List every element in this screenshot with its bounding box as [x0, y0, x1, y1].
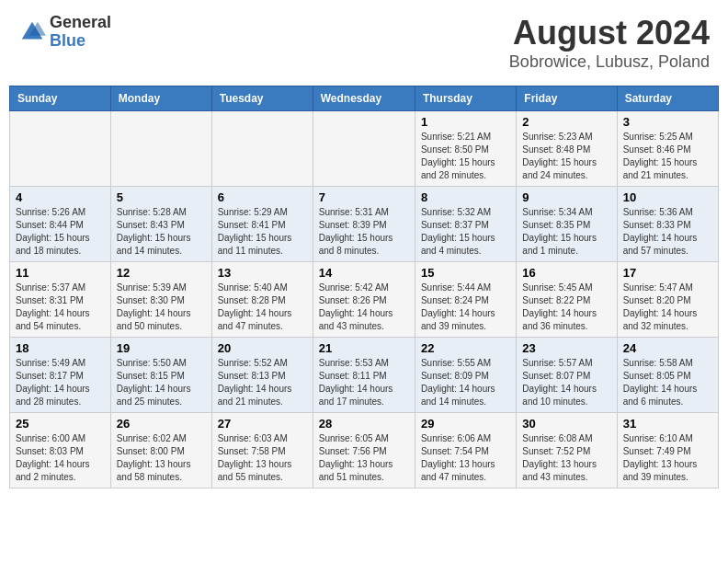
day-number: 22	[421, 341, 510, 355]
day-number: 24	[623, 341, 712, 355]
calendar-week-row: 4Sunrise: 5:26 AM Sunset: 8:44 PM Daylig…	[10, 187, 719, 262]
day-number: 13	[218, 266, 307, 280]
day-info: Sunrise: 5:58 AM Sunset: 8:05 PM Dayligh…	[623, 357, 712, 408]
day-info: Sunrise: 5:57 AM Sunset: 8:07 PM Dayligh…	[522, 357, 610, 408]
calendar-cell	[110, 111, 211, 187]
day-number: 3	[623, 115, 712, 129]
day-number: 11	[16, 266, 105, 280]
calendar-cell: 23Sunrise: 5:57 AM Sunset: 8:07 PM Dayli…	[517, 338, 617, 413]
day-info: Sunrise: 5:26 AM Sunset: 8:44 PM Dayligh…	[16, 206, 105, 258]
day-info: Sunrise: 5:32 AM Sunset: 8:37 PM Dayligh…	[421, 206, 510, 258]
day-info: Sunrise: 6:10 AM Sunset: 7:49 PM Dayligh…	[623, 432, 712, 484]
day-number: 29	[421, 417, 510, 431]
weekday-header-row: SundayMondayTuesdayWednesdayThursdayFrid…	[10, 86, 719, 111]
calendar-week-row: 25Sunrise: 6:00 AM Sunset: 8:03 PM Dayli…	[10, 413, 719, 488]
day-number: 30	[522, 417, 610, 431]
day-number: 6	[218, 190, 307, 204]
day-number: 1	[421, 115, 510, 129]
day-info: Sunrise: 6:06 AM Sunset: 7:54 PM Dayligh…	[421, 432, 510, 484]
day-info: Sunrise: 5:42 AM Sunset: 8:26 PM Dayligh…	[319, 282, 409, 333]
day-number: 19	[117, 341, 206, 355]
day-number: 9	[522, 190, 610, 204]
day-number: 7	[319, 190, 409, 204]
day-info: Sunrise: 5:44 AM Sunset: 8:24 PM Dayligh…	[421, 282, 510, 333]
calendar-cell: 17Sunrise: 5:47 AM Sunset: 8:20 PM Dayli…	[617, 262, 718, 338]
calendar-cell: 19Sunrise: 5:50 AM Sunset: 8:15 PM Dayli…	[110, 338, 211, 413]
day-number: 16	[522, 266, 610, 280]
calendar-cell: 16Sunrise: 5:45 AM Sunset: 8:22 PM Dayli…	[517, 262, 617, 338]
weekday-header: Wednesday	[313, 86, 415, 111]
calendar-cell	[211, 111, 313, 187]
day-number: 23	[522, 341, 610, 355]
day-info: Sunrise: 5:37 AM Sunset: 8:31 PM Dayligh…	[16, 282, 105, 333]
day-number: 15	[421, 266, 510, 280]
logo-text: General Blue	[50, 14, 111, 51]
title-block: August 2024 Bobrowice, Lubusz, Poland	[509, 14, 710, 72]
day-info: Sunrise: 6:05 AM Sunset: 7:56 PM Dayligh…	[319, 432, 409, 484]
calendar-cell: 26Sunrise: 6:02 AM Sunset: 8:00 PM Dayli…	[110, 413, 211, 488]
day-number: 17	[623, 266, 712, 280]
day-info: Sunrise: 5:29 AM Sunset: 8:41 PM Dayligh…	[218, 206, 307, 258]
day-info: Sunrise: 5:49 AM Sunset: 8:17 PM Dayligh…	[16, 357, 105, 408]
calendar-cell: 13Sunrise: 5:40 AM Sunset: 8:28 PM Dayli…	[211, 262, 313, 338]
day-info: Sunrise: 5:52 AM Sunset: 8:13 PM Dayligh…	[218, 357, 307, 408]
day-info: Sunrise: 5:40 AM Sunset: 8:28 PM Dayligh…	[218, 282, 307, 333]
calendar-cell: 15Sunrise: 5:44 AM Sunset: 8:24 PM Dayli…	[415, 262, 516, 338]
day-number: 20	[218, 341, 307, 355]
calendar-cell: 21Sunrise: 5:53 AM Sunset: 8:11 PM Dayli…	[313, 338, 415, 413]
calendar-cell: 14Sunrise: 5:42 AM Sunset: 8:26 PM Dayli…	[313, 262, 415, 338]
day-number: 18	[16, 341, 105, 355]
calendar-week-row: 1Sunrise: 5:21 AM Sunset: 8:50 PM Daylig…	[10, 111, 719, 187]
weekday-header: Friday	[517, 86, 617, 111]
day-info: Sunrise: 5:31 AM Sunset: 8:39 PM Dayligh…	[319, 206, 409, 258]
calendar-cell: 22Sunrise: 5:55 AM Sunset: 8:09 PM Dayli…	[415, 338, 516, 413]
calendar-cell: 2Sunrise: 5:23 AM Sunset: 8:48 PM Daylig…	[517, 111, 617, 187]
month-year: August 2024	[509, 14, 710, 52]
day-info: Sunrise: 5:23 AM Sunset: 8:48 PM Dayligh…	[522, 131, 610, 182]
weekday-header: Thursday	[415, 86, 516, 111]
day-info: Sunrise: 5:45 AM Sunset: 8:22 PM Dayligh…	[522, 282, 610, 333]
day-info: Sunrise: 6:02 AM Sunset: 8:00 PM Dayligh…	[117, 432, 206, 484]
calendar-cell	[10, 111, 111, 187]
calendar-cell: 1Sunrise: 5:21 AM Sunset: 8:50 PM Daylig…	[415, 111, 516, 187]
calendar-cell: 31Sunrise: 6:10 AM Sunset: 7:49 PM Dayli…	[617, 413, 718, 488]
calendar-cell: 25Sunrise: 6:00 AM Sunset: 8:03 PM Dayli…	[10, 413, 111, 488]
calendar-cell: 7Sunrise: 5:31 AM Sunset: 8:39 PM Daylig…	[313, 187, 415, 262]
day-info: Sunrise: 5:55 AM Sunset: 8:09 PM Dayligh…	[421, 357, 510, 408]
day-number: 27	[218, 417, 307, 431]
day-number: 8	[421, 190, 510, 204]
day-number: 25	[16, 417, 105, 431]
day-info: Sunrise: 5:47 AM Sunset: 8:20 PM Dayligh…	[623, 282, 712, 333]
day-info: Sunrise: 5:34 AM Sunset: 8:35 PM Dayligh…	[522, 206, 610, 258]
day-info: Sunrise: 5:50 AM Sunset: 8:15 PM Dayligh…	[117, 357, 206, 408]
calendar-cell: 9Sunrise: 5:34 AM Sunset: 8:35 PM Daylig…	[517, 187, 617, 262]
day-info: Sunrise: 5:53 AM Sunset: 8:11 PM Dayligh…	[319, 357, 409, 408]
calendar-cell: 10Sunrise: 5:36 AM Sunset: 8:33 PM Dayli…	[617, 187, 718, 262]
calendar-cell: 5Sunrise: 5:28 AM Sunset: 8:43 PM Daylig…	[110, 187, 211, 262]
calendar-cell: 27Sunrise: 6:03 AM Sunset: 7:58 PM Dayli…	[211, 413, 313, 488]
day-number: 31	[623, 417, 712, 431]
page-header: General Blue August 2024 Bobrowice, Lubu…	[9, 9, 719, 76]
logo-blue: Blue	[50, 32, 111, 51]
calendar-cell	[313, 111, 415, 187]
calendar-cell: 11Sunrise: 5:37 AM Sunset: 8:31 PM Dayli…	[10, 262, 111, 338]
day-number: 5	[117, 190, 206, 204]
weekday-header: Monday	[110, 86, 211, 111]
calendar-cell: 30Sunrise: 6:08 AM Sunset: 7:52 PM Dayli…	[517, 413, 617, 488]
day-info: Sunrise: 5:39 AM Sunset: 8:30 PM Dayligh…	[117, 282, 206, 333]
calendar-cell: 12Sunrise: 5:39 AM Sunset: 8:30 PM Dayli…	[110, 262, 211, 338]
location: Bobrowice, Lubusz, Poland	[509, 52, 710, 72]
weekday-header: Sunday	[10, 86, 111, 111]
day-info: Sunrise: 6:08 AM Sunset: 7:52 PM Dayligh…	[522, 432, 610, 484]
day-number: 2	[522, 115, 610, 129]
calendar-cell: 28Sunrise: 6:05 AM Sunset: 7:56 PM Dayli…	[313, 413, 415, 488]
day-number: 26	[117, 417, 206, 431]
day-number: 28	[319, 417, 409, 431]
day-info: Sunrise: 5:21 AM Sunset: 8:50 PM Dayligh…	[421, 131, 510, 182]
day-number: 4	[16, 190, 105, 204]
day-number: 14	[319, 266, 409, 280]
calendar-cell: 8Sunrise: 5:32 AM Sunset: 8:37 PM Daylig…	[415, 187, 516, 262]
calendar-table: SundayMondayTuesdayWednesdayThursdayFrid…	[9, 86, 719, 488]
calendar-week-row: 11Sunrise: 5:37 AM Sunset: 8:31 PM Dayli…	[10, 262, 719, 338]
day-number: 12	[117, 266, 206, 280]
